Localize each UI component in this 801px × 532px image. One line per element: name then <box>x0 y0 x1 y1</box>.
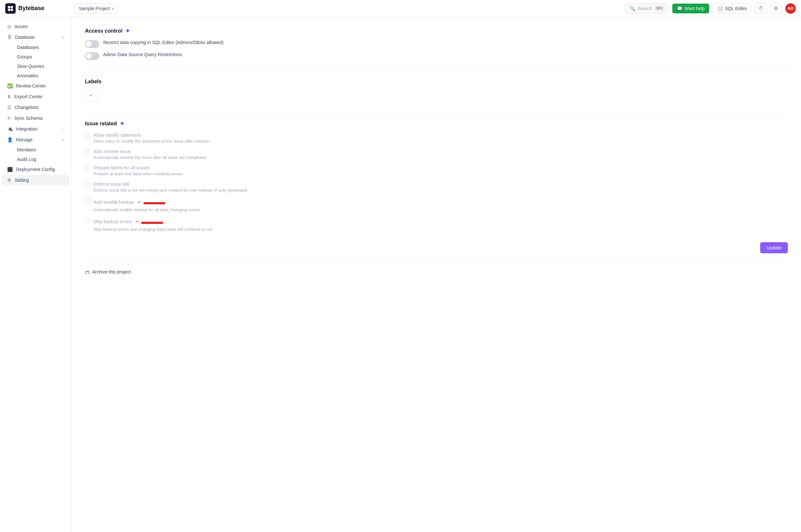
checkbox-2[interactable] <box>85 166 90 171</box>
search-bar[interactable]: 🔍 Search ⌘K <box>625 4 668 13</box>
search-icon: 🔍 <box>630 6 635 11</box>
sidebar-label-databases: Databases <box>17 45 39 50</box>
checkbox-content: Require labels for all issuesRequire at … <box>93 165 184 176</box>
access-control-title: Access control ✦ <box>85 27 788 35</box>
checkbox-label: Require labels for all issues <box>93 165 184 170</box>
svg-rect-3 <box>11 8 13 11</box>
timer-button[interactable]: ⏱ <box>755 3 766 14</box>
admin-data-source-toggle[interactable] <box>85 52 99 60</box>
checkbox-1[interactable] <box>85 150 90 155</box>
sidebar-label-review-center: Review Center <box>16 83 46 89</box>
issue-related-section: Issue related ✦ Allow modify statementAl… <box>85 120 788 232</box>
labels-section: Labels + <box>85 79 788 101</box>
checkbox-0[interactable] <box>85 133 90 138</box>
issue-related-title: Issue related ✦ <box>85 120 788 127</box>
checkbox-content: Skip backup errors←▬▬▬Skip backup errors… <box>93 217 214 232</box>
sidebar-label-database: Database <box>15 35 35 40</box>
arrow-annotation: ←▬▬▬ <box>134 217 163 226</box>
gear-icon: ⚙ <box>7 177 12 183</box>
access-control-section: Access control ✦ Restrict data copying i… <box>85 27 788 60</box>
refresh-icon: ↻ <box>7 116 11 121</box>
sidebar-label-manage: Manage <box>16 137 33 142</box>
sidebar-item-databases[interactable]: Databases <box>2 43 70 52</box>
plug-icon: 🔌 <box>7 126 13 132</box>
sidebar-item-members[interactable]: Members <box>2 145 70 154</box>
sidebar-item-sync-schema[interactable]: ↻ Sync Schema <box>2 113 70 124</box>
timer-icon: ⏱ <box>758 5 763 12</box>
project-selector[interactable]: Sample Project ▾ <box>74 4 118 13</box>
sidebar-label-issues: Issues <box>14 24 28 29</box>
sql-editor-icon: ⬜ <box>717 6 723 11</box>
update-label: Update <box>767 245 781 250</box>
checkbox-3[interactable] <box>85 182 90 187</box>
sidebar-label-changelists: Changelists <box>15 105 39 110</box>
svg-rect-0 <box>8 6 11 8</box>
settings-button[interactable]: ⚙ <box>770 3 781 14</box>
avatar[interactable]: AD <box>785 3 796 14</box>
sql-editor-button[interactable]: ⬜ SQL Editor <box>713 4 751 13</box>
sidebar-item-integration[interactable]: 🔌 Integration › <box>2 124 70 134</box>
add-label-button[interactable]: + <box>85 90 97 101</box>
arrow-annotation: ←▬▬▬ <box>136 198 165 206</box>
issue-item-row: Skip backup errors←▬▬▬Skip backup errors… <box>85 217 788 232</box>
checkbox-label: Auto resolve issue <box>93 149 207 154</box>
restrict-data-label: Restrict data copying in SQL Editor (Adm… <box>103 40 223 45</box>
issue-item-row: Require labels for all issuesRequire at … <box>85 165 788 176</box>
project-name: Sample Project <box>79 6 110 11</box>
gear-icon: ⚙ <box>773 5 778 12</box>
database-icon: 🗄 <box>7 35 12 40</box>
search-placeholder: Search <box>638 6 652 11</box>
want-help-icon: 💬 <box>677 6 682 11</box>
sidebar-item-anomalies[interactable]: Anomalies <box>2 71 70 80</box>
want-help-label: Want help <box>685 6 705 11</box>
checkbox-desc: Enforce issue title to be non-empty and … <box>93 188 248 193</box>
issue-related-title-text: Issue related <box>85 121 117 127</box>
checkbox-content: Auto enable backup←▬▬▬Automatically enab… <box>93 198 201 212</box>
search-kbd: ⌘K <box>655 6 664 11</box>
labels-title: Labels <box>85 79 788 84</box>
sidebar-item-setting[interactable]: ⚙ Setting <box>2 175 70 185</box>
users-icon: 👤 <box>7 137 13 142</box>
checkbox-label: Allow modify statement <box>93 133 211 138</box>
issue-item-row: Enforce issue titleEnforce issue title t… <box>85 182 788 193</box>
issue-items-container: Allow modify statementAllow users to mod… <box>85 133 788 232</box>
logo-text: Bytebase <box>18 5 44 12</box>
sidebar-item-manage[interactable]: 👤 Manage ∨ <box>2 134 70 145</box>
sidebar-label-slow-queries: Slow Queries <box>17 64 44 69</box>
svg-rect-1 <box>11 6 13 8</box>
sidebar-label-audit-log: Audit Log <box>17 157 36 162</box>
checkbox-desc: Skip backup errors and changing data tas… <box>93 227 214 232</box>
issue-item-row: Auto enable backup←▬▬▬Automatically enab… <box>85 198 788 212</box>
sidebar-item-groups[interactable]: Groups <box>2 52 70 61</box>
chevron-down-icon: ∨ <box>62 138 65 142</box>
sql-editor-label: SQL Editor <box>725 6 747 11</box>
admin-data-source-row: Admin Data Source Query Restrictions <box>85 52 788 60</box>
sidebar-label-deployment-config: Deployment Config <box>16 167 55 172</box>
checkbox-desc: Automatically resolve the issue after al… <box>93 155 207 160</box>
checkbox-desc: Allow users to modify the statement of t… <box>93 139 211 144</box>
sidebar-item-deployment-config[interactable]: ⬛ Deployment Config <box>2 164 70 175</box>
toggle-knob <box>86 53 92 59</box>
main-layout: ◎ Issues 🗄 Database ∨ Databases Groups S… <box>0 17 801 532</box>
restrict-data-toggle[interactable] <box>85 40 99 48</box>
sidebar-item-review-center[interactable]: ✅ Review Center <box>2 81 70 91</box>
logo-icon <box>5 3 16 14</box>
sidebar-item-audit-log[interactable]: Audit Log <box>2 155 70 164</box>
layout-icon: ⬛ <box>7 167 13 172</box>
archive-section[interactable]: 🗃 Archive this project <box>85 264 788 280</box>
chevron-down-icon: ▾ <box>112 6 114 11</box>
update-btn-container: Update <box>85 242 788 253</box>
sidebar-label-members: Members <box>17 147 36 152</box>
update-button[interactable]: Update <box>760 242 788 253</box>
sidebar-item-issues[interactable]: ◎ Issues <box>2 21 70 32</box>
sidebar-item-export-center[interactable]: ⬇ Export Center <box>2 91 70 102</box>
checkbox-4[interactable] <box>85 198 90 204</box>
labels-title-text: Labels <box>85 79 102 84</box>
circle-dot-icon: ◎ <box>7 24 11 29</box>
sidebar-item-changelists[interactable]: ☰ Changelists <box>2 102 70 113</box>
sidebar-item-slow-queries[interactable]: Slow Queries <box>2 62 70 71</box>
want-help-button[interactable]: 💬 Want help <box>672 4 710 13</box>
sidebar-item-database[interactable]: 🗄 Database ∨ <box>2 32 70 42</box>
checkbox-5[interactable] <box>85 218 90 223</box>
sparkle-icon: ✦ <box>125 27 130 35</box>
